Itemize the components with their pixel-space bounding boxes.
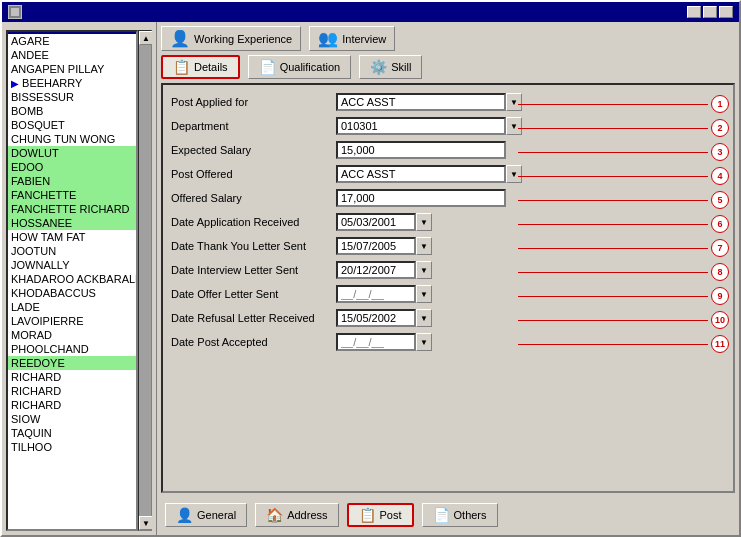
bottom-tabs: 👤General🏠Address📋Post📄Others	[161, 499, 735, 531]
list-item[interactable]: JOWNALLY	[8, 258, 136, 272]
sub-tab-2[interactable]: ⚙️Skill	[359, 55, 422, 79]
input-3[interactable]	[336, 165, 506, 183]
field-label-6: Date Thank You Letter Sent	[171, 240, 336, 252]
list-item[interactable]: TILHOO	[8, 440, 136, 454]
date-dropdown-btn-7[interactable]: ▼	[416, 261, 432, 279]
maximize-button[interactable]	[703, 6, 717, 18]
list-scrollbar[interactable]: ▲ ▼	[138, 30, 152, 531]
input-wrapper: ▼	[336, 93, 522, 111]
title-controls	[687, 6, 733, 18]
form-rows: Post Applied for▼Department▼Expected Sal…	[171, 93, 725, 351]
list-item[interactable]: EDOO	[8, 160, 136, 174]
list-item[interactable]: RICHARD	[8, 398, 136, 412]
scroll-down-button[interactable]: ▼	[139, 516, 152, 530]
form-row-date-application-received: Date Application Received▼	[171, 213, 725, 231]
sub-tab-0[interactable]: 📋Details	[161, 55, 240, 79]
list-item[interactable]: BOMB	[8, 104, 136, 118]
list-item[interactable]: AGARE	[8, 34, 136, 48]
scroll-up-button[interactable]: ▲	[139, 31, 152, 45]
svg-rect-1	[11, 8, 19, 16]
list-item[interactable]: MORAD	[8, 328, 136, 342]
input-2[interactable]	[336, 141, 506, 159]
date-dropdown-btn-6[interactable]: ▼	[416, 237, 432, 255]
list-item[interactable]: LAVOIPIERRE	[8, 314, 136, 328]
date-dropdown-btn-5[interactable]: ▼	[416, 213, 432, 231]
list-item[interactable]: JOOTUN	[8, 244, 136, 258]
list-item[interactable]: KHODABACCUS	[8, 286, 136, 300]
date-dropdown-btn-10[interactable]: ▼	[416, 333, 432, 351]
date-input-7[interactable]	[336, 261, 416, 279]
list-item[interactable]: RICHARD	[8, 384, 136, 398]
list-item[interactable]: ▶ BEEHARRY	[8, 76, 136, 90]
field-label-5: Date Application Received	[171, 216, 336, 228]
date-dropdown-btn-9[interactable]: ▼	[416, 309, 432, 327]
list-item[interactable]: BOSQUET	[8, 118, 136, 132]
bottom-tab-general[interactable]: 👤General	[165, 503, 247, 527]
date-input-6[interactable]	[336, 237, 416, 255]
form-row-offered-salary: Offered Salary	[171, 189, 725, 207]
list-item[interactable]: SIOW	[8, 412, 136, 426]
input-wrapper	[336, 141, 506, 159]
date-input-10[interactable]	[336, 333, 416, 351]
list-item[interactable]: PHOOLCHAND	[8, 342, 136, 356]
date-input-9[interactable]	[336, 309, 416, 327]
date-dropdown-btn-8[interactable]: ▼	[416, 285, 432, 303]
app-icon	[8, 5, 22, 19]
list-item[interactable]: BISSESSUR	[8, 90, 136, 104]
title-bar	[2, 2, 739, 22]
form-row-department: Department▼	[171, 117, 725, 135]
date-input-wrapper: ▼	[336, 309, 432, 327]
close-button[interactable]	[719, 6, 733, 18]
list-item[interactable]: RICHARD	[8, 370, 136, 384]
field-label-2: Expected Salary	[171, 144, 336, 156]
list-item[interactable]: TAQUIN	[8, 426, 136, 440]
list-item[interactable]: FABIEN	[8, 174, 136, 188]
date-input-wrapper: ▼	[336, 285, 432, 303]
field-label-0: Post Applied for	[171, 96, 336, 108]
form-row-date-interview-letter-sent: Date Interview Letter Sent▼	[171, 261, 725, 279]
top-tab-1[interactable]: 👥Interview	[309, 26, 395, 51]
list-item[interactable]: HOW TAM FAT	[8, 230, 136, 244]
applicant-list: AGAREANDEEANGAPEN PILLAY▶ BEEHARRYBISSES…	[6, 30, 138, 531]
list-item[interactable]: FANCHETTE	[8, 188, 136, 202]
input-dropdown-btn-1[interactable]: ▼	[506, 117, 522, 135]
form-row-post-applied-for: Post Applied for▼	[171, 93, 725, 111]
sub-tab-1[interactable]: 📄Qualification	[248, 55, 352, 79]
date-input-wrapper: ▼	[336, 237, 432, 255]
field-label-8: Date Offer Letter Sent	[171, 288, 336, 300]
form-row-post-offered: Post Offered▼	[171, 165, 725, 183]
input-wrapper: ▼	[336, 117, 522, 135]
date-input-8[interactable]	[336, 285, 416, 303]
minimize-button[interactable]	[687, 6, 701, 18]
input-wrapper	[336, 189, 506, 207]
date-input-5[interactable]	[336, 213, 416, 231]
sub-tabs: 📋Details📄Qualification⚙️Skill	[161, 55, 735, 79]
input-0[interactable]	[336, 93, 506, 111]
list-item[interactable]: CHUNG TUN WONG	[8, 132, 136, 146]
top-tabs: 👤Working Experience👥Interview	[161, 26, 735, 51]
field-label-4: Offered Salary	[171, 192, 336, 204]
main-window: AGAREANDEEANGAPEN PILLAY▶ BEEHARRYBISSES…	[0, 0, 741, 537]
input-dropdown-btn-3[interactable]: ▼	[506, 165, 522, 183]
field-label-10: Date Post Accepted	[171, 336, 336, 348]
list-item[interactable]: HOSSANEE	[8, 216, 136, 230]
bottom-tab-others[interactable]: 📄Others	[422, 503, 498, 527]
content-area: Post Applied for▼Department▼Expected Sal…	[161, 83, 735, 493]
date-input-wrapper: ▼	[336, 333, 432, 351]
list-item[interactable]: DOWLUT	[8, 146, 136, 160]
form-row-expected-salary: Expected Salary	[171, 141, 725, 159]
top-tab-0[interactable]: 👤Working Experience	[161, 26, 301, 51]
input-dropdown-btn-0[interactable]: ▼	[506, 93, 522, 111]
list-item[interactable]: ANGAPEN PILLAY	[8, 62, 136, 76]
input-4[interactable]	[336, 189, 506, 207]
bottom-tab-post[interactable]: 📋Post	[347, 503, 414, 527]
field-label-3: Post Offered	[171, 168, 336, 180]
list-item[interactable]: KHADAROO ACKBARALLY	[8, 272, 136, 286]
bottom-tab-address[interactable]: 🏠Address	[255, 503, 338, 527]
form-row-date-offer-letter-sent: Date Offer Letter Sent▼	[171, 285, 725, 303]
list-item[interactable]: ANDEE	[8, 48, 136, 62]
list-item[interactable]: LADE	[8, 300, 136, 314]
input-1[interactable]	[336, 117, 506, 135]
list-item[interactable]: REEDOYE	[8, 356, 136, 370]
list-item[interactable]: FANCHETTE RICHARD	[8, 202, 136, 216]
